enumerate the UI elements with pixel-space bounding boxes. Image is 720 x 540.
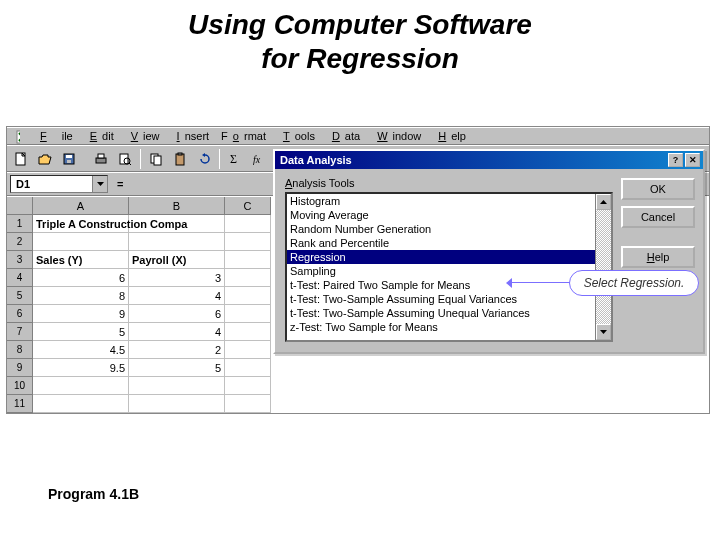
svg-rect-5 [96,158,106,163]
cell-C5[interactable] [225,287,271,305]
print-preview-icon[interactable] [114,148,136,169]
analysis-tools-listbox[interactable]: HistogramMoving AverageRandom Number Gen… [285,192,613,342]
svg-text:fx: fx [253,154,261,165]
cell-C10[interactable] [225,377,271,395]
row-header[interactable]: 9 [7,359,33,377]
cancel-button[interactable]: Cancel [621,206,695,228]
list-item[interactable]: Sampling [287,264,595,278]
print-icon[interactable] [90,148,112,169]
list-item[interactable]: t-Test: Two-Sample Assuming Unequal Vari… [287,306,595,320]
cell-A1[interactable]: Triple A Construction Compa [33,215,129,233]
chevron-down-icon[interactable] [92,176,107,192]
cell-C4[interactable] [225,269,271,287]
cell-A11[interactable] [33,395,129,413]
row-header[interactable]: 10 [7,377,33,395]
open-icon[interactable] [34,148,56,169]
cell-C7[interactable] [225,323,271,341]
help-icon[interactable]: ? [668,153,683,167]
cell-A6[interactable]: 9 [33,305,129,323]
cell-A8[interactable]: 4.5 [33,341,129,359]
menu-insert[interactable]: Insert [167,129,215,143]
cell-B5[interactable]: 4 [129,287,225,305]
excel-icon [11,129,25,143]
col-header-B[interactable]: B [129,197,225,215]
menu-bar: File Edit View Insert Format Tools Data … [7,127,709,145]
scrollbar[interactable] [595,194,611,340]
slide-title: Using Computer Software for Regression [0,0,720,93]
name-box-value: D1 [11,177,92,191]
cell-C6[interactable] [225,305,271,323]
menu-window[interactable]: Window [367,129,426,143]
cell-B4[interactable]: 3 [129,269,225,287]
save-icon[interactable] [58,148,80,169]
cell-B3[interactable]: Payroll (X) [129,251,225,269]
col-header-A[interactable]: A [33,197,129,215]
menu-data[interactable]: Data [322,129,365,143]
svg-rect-13 [178,153,182,155]
list-item[interactable]: t-Test: Paired Two Sample for Means [287,278,595,292]
paste-icon[interactable] [169,148,191,169]
cell-A4[interactable]: 6 [33,269,129,287]
cell-A10[interactable] [33,377,129,395]
autosum-icon[interactable]: Σ [224,148,246,169]
menu-tools[interactable]: Tools [273,129,320,143]
menu-format[interactable]: Format [216,129,271,143]
cell-A3[interactable]: Sales (Y) [33,251,129,269]
list-item[interactable]: Regression [287,250,595,264]
cell-A7[interactable]: 5 [33,323,129,341]
cell-C1[interactable] [225,215,271,233]
scroll-track[interactable] [596,210,611,324]
cell-B10[interactable] [129,377,225,395]
col-header-C[interactable]: C [225,197,271,215]
equals-label: = [114,178,126,190]
row-header[interactable]: 4 [7,269,33,287]
cell-B9[interactable]: 5 [129,359,225,377]
cell-A9[interactable]: 9.5 [33,359,129,377]
row-header[interactable]: 3 [7,251,33,269]
list-item[interactable]: Rank and Percentile [287,236,595,250]
ok-button[interactable]: OK [621,178,695,200]
row-header[interactable]: 1 [7,215,33,233]
list-item[interactable]: Random Number Generation [287,222,595,236]
row-header[interactable]: 6 [7,305,33,323]
cell-A2[interactable] [33,233,129,251]
list-item[interactable]: z-Test: Two Sample for Means [287,320,595,334]
svg-line-9 [129,163,131,165]
cell-B11[interactable] [129,395,225,413]
copy-icon[interactable] [145,148,167,169]
scroll-up-icon[interactable] [596,194,611,210]
select-all-button[interactable] [7,197,33,215]
cell-C9[interactable] [225,359,271,377]
function-icon[interactable]: fx [248,148,270,169]
svg-rect-12 [176,154,184,165]
svg-rect-6 [98,154,104,158]
menu-view[interactable]: View [121,129,165,143]
menu-help[interactable]: Help [428,129,471,143]
row-header[interactable]: 11 [7,395,33,413]
menu-file[interactable]: File [30,129,78,143]
cell-A5[interactable]: 8 [33,287,129,305]
cell-C8[interactable] [225,341,271,359]
row-header[interactable]: 8 [7,341,33,359]
cell-C2[interactable] [225,233,271,251]
cell-B7[interactable]: 4 [129,323,225,341]
row-header[interactable]: 5 [7,287,33,305]
name-box[interactable]: D1 [10,175,108,193]
row-header[interactable]: 2 [7,233,33,251]
help-button[interactable]: Help [621,246,695,268]
scroll-down-icon[interactable] [596,324,611,340]
cell-C11[interactable] [225,395,271,413]
cell-B8[interactable]: 2 [129,341,225,359]
close-icon[interactable]: ✕ [685,153,700,167]
menu-edit[interactable]: Edit [80,129,119,143]
cell-B2[interactable] [129,233,225,251]
new-icon[interactable] [10,148,32,169]
row-header[interactable]: 7 [7,323,33,341]
list-item[interactable]: t-Test: Two-Sample Assuming Equal Varian… [287,292,595,306]
list-item[interactable]: Histogram [287,194,595,208]
cell-C3[interactable] [225,251,271,269]
undo-icon[interactable] [193,148,215,169]
list-item[interactable]: Moving Average [287,208,595,222]
cell-B6[interactable]: 6 [129,305,225,323]
callout-bubble: Select Regression. [569,270,699,296]
